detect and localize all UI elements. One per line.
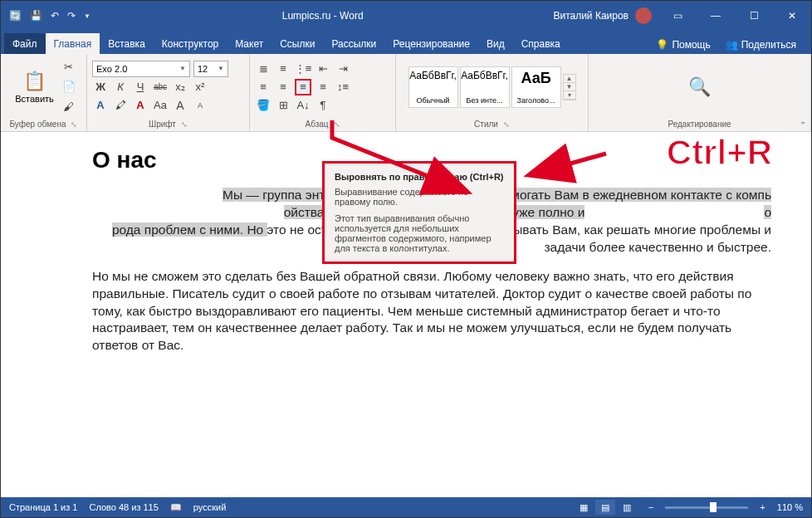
bold-button[interactable]: Ж xyxy=(92,79,109,95)
lightbulb-icon: 💡 xyxy=(656,39,668,51)
paste-button[interactable]: 📋 Вставить xyxy=(10,60,59,115)
styles-dialog-icon[interactable]: ⤡ xyxy=(503,120,510,129)
status-page[interactable]: Страница 1 из 1 xyxy=(9,502,77,512)
show-marks-icon[interactable]: ¶ xyxy=(315,97,331,114)
minimize-button[interactable]: — xyxy=(697,1,735,31)
tab-home[interactable]: Главная xyxy=(46,33,100,54)
numbering-icon[interactable]: ≡ xyxy=(275,61,291,77)
grow-font-button[interactable]: A xyxy=(172,97,188,114)
shrink-font-button[interactable]: A xyxy=(192,97,208,114)
cut-icon[interactable]: ✂ xyxy=(61,59,77,76)
group-styles: АаБбВвГг,Обычный АаБбВвГг,Без инте... Аа… xyxy=(396,54,589,131)
tooltip-title: Выровнять по правому краю (Ctrl+R) xyxy=(335,172,504,182)
tab-file[interactable]: Файл xyxy=(4,33,46,54)
justify-icon[interactable]: ≡ xyxy=(315,79,331,95)
ribbon-tabs: Файл Главная Вставка Конструктор Макет С… xyxy=(1,31,811,54)
share-button[interactable]: 👥Поделиться xyxy=(721,36,801,54)
multilevel-list-icon[interactable]: ⋮≡ xyxy=(295,61,311,77)
increase-indent-icon[interactable]: ⇥ xyxy=(335,61,351,77)
decrease-indent-icon[interactable]: ⇤ xyxy=(315,61,331,77)
close-button[interactable]: ✕ xyxy=(773,1,811,31)
zoom-slider[interactable] xyxy=(665,506,748,509)
tab-review[interactable]: Рецензирование xyxy=(384,33,478,54)
zoom-in-button[interactable]: + xyxy=(760,502,765,512)
highlight-color-icon[interactable]: 🖍 xyxy=(112,97,129,114)
share-icon: 👥 xyxy=(726,39,738,51)
status-words[interactable]: Слово 48 из 115 xyxy=(89,502,158,512)
search-icon: 🔍 xyxy=(688,76,711,98)
group-font: Exo 2.0▼ 12▼ Ж К Ч abc x₂ x² A 🖍 A Aa A xyxy=(87,54,250,131)
user-area[interactable]: Виталий Каиров xyxy=(546,7,658,24)
tab-layout[interactable]: Макет xyxy=(227,33,271,54)
zoom-value[interactable]: 110 % xyxy=(777,502,803,512)
group-editing: 🔍 Редактирование xyxy=(589,54,811,131)
maximize-button[interactable]: ☐ xyxy=(735,1,773,31)
window-title: Lumpics.ru - Word xyxy=(99,10,547,22)
tab-view[interactable]: Вид xyxy=(478,33,513,54)
group-clipboard: 📋 Вставить ✂ 📄 🖌 Буфер обмена⤡ xyxy=(1,54,87,131)
clipboard-icon: 📋 xyxy=(23,71,46,92)
status-bar: Страница 1 из 1 Слово 48 из 115 📖 русски… xyxy=(1,497,811,517)
align-right-tooltip: Выровнять по правому краю (Ctrl+R) Вырав… xyxy=(322,161,516,264)
line-spacing-icon[interactable]: ↕≡ xyxy=(335,79,351,95)
sort-icon[interactable]: A↓ xyxy=(295,97,311,114)
font-dialog-icon[interactable]: ⤡ xyxy=(181,120,188,129)
superscript-button[interactable]: x² xyxy=(192,79,208,95)
font-name-select[interactable]: Exo 2.0▼ xyxy=(92,61,190,77)
title-bar: 🔄 💾 ↶ ↷ ▼ Lumpics.ru - Word Виталий Каир… xyxy=(1,1,811,31)
format-painter-icon[interactable]: 🖌 xyxy=(61,99,77,115)
style-heading1[interactable]: АаБЗаголово... xyxy=(511,66,561,108)
style-normal[interactable]: АаБбВвГг,Обычный xyxy=(408,66,458,108)
ribbon-options-icon[interactable]: ▭ xyxy=(658,1,697,31)
strikethrough-button[interactable]: abc xyxy=(152,79,169,95)
italic-button[interactable]: К xyxy=(112,79,129,95)
annotation-ctrl-r: Ctrl+R xyxy=(667,133,772,173)
collapse-ribbon-icon[interactable]: ⌃ xyxy=(800,120,806,130)
tooltip-desc: Выравнивание содержимого по правому полю… xyxy=(335,187,504,207)
align-right-icon[interactable]: ≡ xyxy=(295,79,311,95)
tab-help[interactable]: Справка xyxy=(513,33,569,54)
underline-button[interactable]: Ч xyxy=(132,79,149,95)
align-left-icon[interactable]: ≡ xyxy=(255,79,271,95)
change-case-button[interactable]: Aa xyxy=(152,97,169,114)
zoom-out-button[interactable]: − xyxy=(648,502,653,512)
font-size-select[interactable]: 12▼ xyxy=(193,61,228,77)
align-center-icon[interactable]: ≡ xyxy=(275,79,291,95)
user-name: Виталий Каиров xyxy=(553,10,629,22)
save-icon[interactable]: 💾 xyxy=(30,10,42,22)
bullets-icon[interactable]: ≣ xyxy=(255,61,271,77)
font-color-icon[interactable]: A xyxy=(132,97,149,114)
tab-insert[interactable]: Вставка xyxy=(100,33,154,54)
ribbon: 📋 Вставить ✂ 📄 🖌 Буфер обмена⤡ Exo 2.0▼ … xyxy=(1,54,811,132)
copy-icon[interactable]: 📄 xyxy=(61,79,77,95)
view-read-icon[interactable]: ▦ xyxy=(574,500,594,515)
qat-more-icon[interactable]: ▼ xyxy=(84,12,90,20)
tell-me[interactable]: 💡Помощь xyxy=(651,36,715,54)
tab-references[interactable]: Ссылки xyxy=(271,33,323,54)
user-avatar-icon[interactable] xyxy=(635,7,652,24)
group-paragraph: ≣ ≡ ⋮≡ ⇤ ⇥ ≡ ≡ ≡ ≡ ↕≡ 🪣 ⊞ A↓ ¶ xyxy=(250,54,396,131)
style-no-spacing[interactable]: АаБбВвГг,Без инте... xyxy=(460,66,510,108)
view-web-icon[interactable]: ▥ xyxy=(617,500,637,515)
tooltip-detail: Этот тип выравнивания обычно используетс… xyxy=(335,213,504,253)
find-button[interactable]: 🔍 xyxy=(683,60,716,115)
paragraph-dialog-icon[interactable]: ⤡ xyxy=(334,120,340,129)
redo-icon[interactable]: ↷ xyxy=(67,10,76,22)
status-language[interactable]: русский xyxy=(193,502,226,512)
quick-access-toolbar: 🔄 💾 ↶ ↷ ▼ xyxy=(1,10,99,22)
autosave-icon[interactable]: 🔄 xyxy=(9,10,22,22)
subscript-button[interactable]: x₂ xyxy=(172,79,188,95)
styles-scroll[interactable]: ▲▼▾ xyxy=(563,74,576,100)
clipboard-dialog-icon[interactable]: ⤡ xyxy=(71,120,77,129)
shading-icon[interactable]: 🪣 xyxy=(255,97,271,114)
status-proofing-icon[interactable]: 📖 xyxy=(170,502,182,513)
view-print-icon[interactable]: ▤ xyxy=(595,500,615,515)
tab-mailings[interactable]: Рассылки xyxy=(323,33,384,54)
paragraph-2: Но мы не сможем это сделать без Вашей об… xyxy=(92,268,771,355)
view-buttons: ▦ ▤ ▥ xyxy=(574,500,637,515)
text-effects-icon[interactable]: A xyxy=(92,97,109,114)
borders-icon[interactable]: ⊞ xyxy=(275,97,291,114)
tab-design[interactable]: Конструктор xyxy=(154,33,227,54)
undo-icon[interactable]: ↶ xyxy=(51,10,59,22)
